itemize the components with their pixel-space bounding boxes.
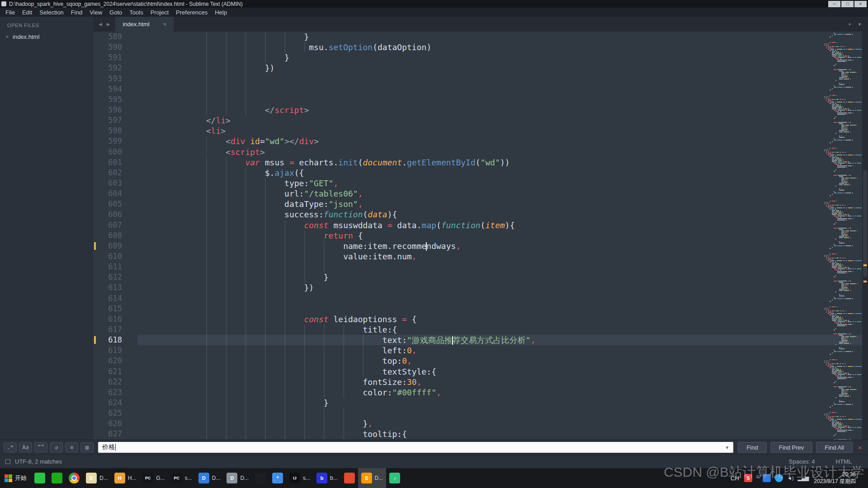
taskbar-item-sublime-window[interactable]: SD... (358, 468, 387, 488)
case-sensitive-toggle[interactable]: Aa (19, 442, 32, 452)
code-line-619[interactable]: 619left:0, (93, 345, 868, 356)
code-line-612[interactable]: 612} (93, 272, 868, 282)
defender-shield-icon[interactable] (763, 474, 771, 482)
taskbar-item-chrome[interactable] (66, 468, 83, 488)
tab-back-icon[interactable]: ◀ (99, 22, 102, 27)
code-editor[interactable]: 589}590msu.setOption(dataOption)591}592}… (93, 32, 868, 440)
tab-index-html[interactable]: index.html × (115, 17, 174, 32)
code-line-604[interactable]: 604url:"/tables06", (93, 188, 868, 199)
code-line-597[interactable]: 597</li> (93, 115, 868, 126)
code-line-607[interactable]: 607const msuswddata = data.map(function(… (93, 220, 868, 230)
taskbar-item-pycharm-window-2[interactable]: PCs... (168, 468, 195, 488)
taskbar-item-wxwork[interactable] (48, 468, 66, 488)
menu-selection[interactable]: Selection (36, 8, 67, 17)
start-button[interactable]: 开始 (0, 468, 31, 488)
menu-edit[interactable]: Edit (19, 8, 36, 17)
maximize-button[interactable]: □ (841, 1, 854, 7)
code-line-625[interactable]: 625 (93, 408, 868, 418)
menu-view[interactable]: View (86, 8, 106, 17)
code-line-596[interactable]: 596</script> (93, 105, 868, 115)
taskbar-item-dark-app[interactable] (252, 468, 269, 488)
find-button[interactable]: Find (738, 442, 766, 453)
taskbar-item-explorer-window[interactable]: DD... (223, 468, 252, 488)
volume-icon[interactable]: ◄) (787, 475, 794, 481)
minimap[interactable] (817, 33, 862, 440)
sogou-input-icon[interactable]: S (744, 474, 752, 482)
sidebar-item-index-html[interactable]: × index.html (0, 32, 93, 42)
code-line-613[interactable]: 613}) (93, 282, 868, 293)
menu-find[interactable]: Find (67, 8, 86, 17)
menu-file[interactable]: File (2, 8, 19, 17)
minimize-button[interactable]: ─ (828, 1, 840, 7)
code-line-617[interactable]: 617title:{ (93, 324, 868, 335)
file-close-icon[interactable]: × (5, 34, 9, 40)
code-line-627[interactable]: 627tooltip:{ (93, 429, 868, 439)
code-line-594[interactable]: 594 (93, 84, 868, 94)
code-line-622[interactable]: 622fontSize:30, (93, 377, 868, 387)
taskbar-clock[interactable]: 20:36 2023/8/17 星期四 (814, 471, 856, 485)
find-all-button[interactable]: Find All (816, 442, 853, 453)
code-line-593[interactable]: 593 (93, 74, 868, 84)
regex-toggle[interactable]: .* (4, 442, 17, 452)
find-history-dropdown-icon[interactable]: ▼ (725, 445, 730, 450)
code-line-591[interactable]: 591} (93, 52, 868, 63)
code-line-624[interactable]: 624} (93, 398, 868, 408)
code-line-602[interactable]: 602$.ajax({ (93, 168, 868, 178)
code-line-598[interactable]: 598<li> (93, 126, 868, 136)
code-line-608[interactable]: 608return { (93, 230, 868, 241)
code-line-610[interactable]: 610value:item.num, (93, 251, 868, 262)
code-line-605[interactable]: 605dataType:"json", (93, 199, 868, 209)
code-line-615[interactable]: 615 (93, 304, 868, 314)
taskbar-item-browser-window[interactable]: DD... (195, 468, 224, 488)
syntax-setting[interactable]: HTML (836, 458, 852, 465)
code-line-616[interactable]: 616const leidaoptionss = { (93, 314, 868, 324)
sync-icon[interactable] (775, 474, 783, 482)
taskbar-item-blue-tool[interactable]: * (269, 468, 286, 488)
code-line-590[interactable]: 590msu.setOption(dataOption) (93, 42, 868, 52)
code-line-606[interactable]: 606success:function(data){ (93, 209, 868, 220)
hidden-icons-arrow[interactable]: ^ (756, 475, 759, 481)
in-selection-toggle[interactable]: ≡ (65, 442, 78, 452)
code-line-618[interactable]: 618text:"游戏商品推荐交易方式占比分析", (93, 335, 868, 345)
taskbar-item-intellij-window[interactable]: IJs... (286, 468, 313, 488)
taskbar-item-baidu-netdisk-window[interactable]: bb... (313, 468, 341, 488)
code-line-626[interactable]: 626}, (93, 418, 868, 429)
indent-setting[interactable]: Spaces: 4 (789, 458, 815, 465)
taskbar-item-pycharm-window-1[interactable]: PCG... (139, 468, 168, 488)
scrollbar-handle[interactable] (863, 170, 867, 277)
taskbar-item-flame-app[interactable] (341, 468, 358, 488)
input-language-indicator[interactable]: CH (731, 475, 739, 482)
taskbar-item-qq-music[interactable]: ♪ (386, 468, 403, 488)
code-line-609[interactable]: 609name:item.recommendways, (93, 241, 868, 251)
code-line-592[interactable]: 592}) (93, 63, 868, 73)
taskbar-item-h-app-window[interactable]: HH... (111, 468, 140, 488)
taskbar-item-doc-window[interactable]: DD... (83, 468, 111, 488)
find-panel-close-icon[interactable]: × (855, 442, 864, 452)
taskbar-item-wechat[interactable] (31, 468, 48, 488)
highlight-matches-toggle[interactable]: ▤ (80, 442, 94, 452)
menu-help[interactable]: Help (211, 8, 231, 17)
menu-goto[interactable]: Goto (106, 8, 126, 17)
code-line-601[interactable]: 601var msus = echarts.init(document.getE… (93, 157, 868, 168)
code-line-620[interactable]: 620top:0, (93, 356, 868, 366)
menu-project[interactable]: Project (147, 8, 172, 17)
code-line-599[interactable]: 599<div id="wd"></div> (93, 136, 868, 146)
tab-forward-icon[interactable]: ▶ (107, 22, 110, 27)
new-tab-icon[interactable]: + (848, 21, 851, 28)
whole-word-toggle[interactable]: “” (34, 442, 47, 452)
code-line-600[interactable]: 600<script> (93, 147, 868, 157)
code-line-621[interactable]: 621textStyle:{ (93, 366, 868, 377)
code-line-589[interactable]: 589} (93, 32, 868, 42)
find-input[interactable]: 价格 ▼ (98, 442, 733, 453)
code-line-595[interactable]: 595 (93, 94, 868, 105)
network-icon[interactable]: ▂▄▆ (798, 475, 809, 481)
code-line-623[interactable]: 623color:"#00ffff", (93, 387, 868, 398)
close-button[interactable]: × (854, 1, 867, 7)
wrap-toggle[interactable]: ↺ (50, 442, 63, 452)
menu-preferences[interactable]: Preferences (172, 8, 211, 17)
tab-close-icon[interactable]: × (163, 21, 167, 28)
code-line-611[interactable]: 611 (93, 262, 868, 272)
code-line-614[interactable]: 614 (93, 293, 868, 304)
menu-tools[interactable]: Tools (126, 8, 146, 17)
tab-overflow-icon[interactable]: ▼ (858, 22, 862, 27)
